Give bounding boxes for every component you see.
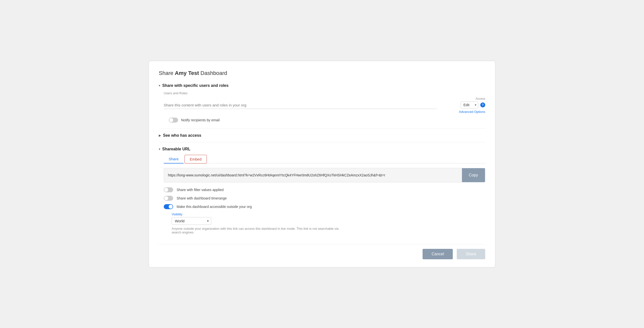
shareable-url-title: Shareable URL (162, 147, 190, 151)
notify-toggle[interactable] (169, 118, 178, 123)
share-button[interactable]: Share (457, 249, 485, 259)
visibility-label: Visibility (172, 213, 485, 216)
shareable-url-section-header[interactable]: ▾ Shareable URL (159, 147, 485, 151)
chevron-right-icon: ▶ (159, 134, 161, 137)
modal-title: Share Amy Test Dashboard (159, 70, 485, 76)
users-roles-label: Users and Roles (164, 91, 485, 95)
outside-org-row: Make this dashboard accessible outside y… (164, 204, 485, 209)
notify-row: Notify recipients by email (169, 118, 485, 123)
access-description: Anyone outside your organization with th… (172, 227, 345, 234)
users-input-row: Access Edit View ? Advanced Options (164, 97, 485, 114)
url-copy-row: https://long-www.sumologic.net/ui/dashbo… (164, 168, 485, 182)
modal-footer: Cancel Share (159, 244, 485, 259)
chevron-down-icon: ▾ (159, 84, 160, 87)
filter-values-label: Share with filter values applied (176, 188, 224, 192)
outside-org-toggle[interactable] (164, 204, 173, 209)
world-select-row: World Allowlisted IPs (172, 217, 485, 225)
filter-values-toggle[interactable] (164, 187, 173, 192)
shareable-url-section: ▾ Shareable URL Share Embed https://long… (159, 147, 485, 234)
world-select-wrapper: World Allowlisted IPs (172, 217, 211, 225)
share-users-section-content: Users and Roles Access Edit View ? Advan… (159, 91, 485, 123)
outside-org-label: Make this dashboard accessible outside y… (176, 205, 252, 209)
see-access-section-title: See who has access (163, 133, 201, 138)
timerange-label: Share with dashboard timerange (176, 196, 227, 200)
divider-1 (159, 128, 485, 129)
access-select-row: Edit View ? (461, 101, 485, 108)
see-access-section-header[interactable]: ▶ See who has access (159, 133, 485, 138)
chevron-down-icon-2: ▾ (159, 147, 160, 151)
shareable-url-text: https://long-www.sumologic.net/ui/dashbo… (164, 169, 462, 181)
users-roles-input[interactable] (164, 101, 437, 109)
timerange-row: Share with dashboard timerange (164, 196, 485, 201)
world-select[interactable]: World Allowlisted IPs (172, 217, 211, 225)
cancel-button[interactable]: Cancel (422, 249, 453, 259)
share-users-section-header[interactable]: ▾ Share with specific users and roles (159, 83, 485, 88)
tabs-row: Share Embed (164, 155, 485, 163)
tab-share[interactable]: Share (164, 155, 184, 163)
share-users-section-title: Share with specific users and roles (162, 83, 228, 88)
tab-embed[interactable]: Embed (184, 155, 207, 163)
access-select-wrapper: Edit View (461, 101, 478, 108)
divider-2 (159, 142, 485, 142)
modal-title-bold: Amy Test (175, 70, 199, 76)
notify-label: Notify recipients by email (181, 118, 220, 122)
copy-button[interactable]: Copy (462, 168, 485, 182)
filter-values-row: Share with filter values applied (164, 187, 485, 192)
timerange-toggle[interactable] (164, 196, 173, 201)
help-icon[interactable]: ? (480, 102, 485, 107)
access-block: Access Edit View ? Advanced Options (441, 97, 485, 114)
advanced-options-link[interactable]: Advanced Options (459, 110, 485, 114)
access-select[interactable]: Edit View (461, 101, 478, 108)
share-modal: Share Amy Test Dashboard ▾ Share with sp… (148, 61, 496, 267)
access-label: Access (476, 97, 485, 100)
